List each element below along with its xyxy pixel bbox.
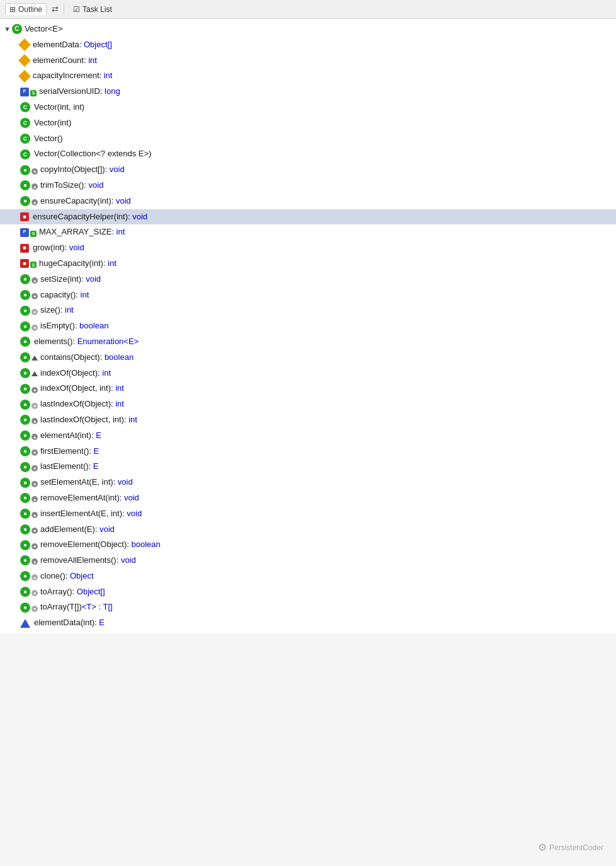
list-item[interactable]: elementCount : int — [0, 53, 616, 69]
item-type: : long — [100, 85, 120, 98]
list-item[interactable]: ● ● elementAt(int) : E — [0, 428, 616, 444]
circle-pub-icon: ● — [20, 587, 30, 597]
diamond-icon — [18, 54, 31, 67]
list-item[interactable]: ■ S hugeCapacity(int) : int — [0, 256, 616, 272]
list-item[interactable]: ● ● firstElement() : E — [0, 444, 616, 459]
list-item[interactable]: ● ● size() : int — [0, 303, 616, 318]
overlay-dot-icon: ● — [31, 434, 38, 440]
item-label: isEmpty() — [40, 320, 75, 333]
diamond-icon — [18, 70, 31, 83]
item-type: : int — [100, 69, 113, 83]
tree-root[interactable]: ▼ C Vector<E> — [0, 21, 616, 37]
item-type: : void — [117, 554, 136, 567]
list-item[interactable]: ● ● addElement(E) : void — [0, 522, 616, 538]
list-item[interactable]: C Vector(Collection<? extends E>) — [0, 146, 616, 162]
overlay-dot-icon: ● — [31, 512, 38, 518]
item-type: : Object[] — [72, 586, 105, 599]
list-item[interactable]: C Vector(int, int) — [0, 100, 616, 115]
list-item[interactable]: ● ● toArray(T[]) <T> : T[] — [0, 599, 616, 615]
expand-arrow[interactable]: ▼ — [4, 24, 11, 35]
list-item[interactable]: ● ● removeElement(Object) : boolean — [0, 537, 616, 553]
list-item[interactable]: elementData(int) : E — [0, 615, 616, 631]
list-item[interactable]: C Vector() — [0, 131, 616, 147]
circle-pub-icon: ● — [20, 180, 30, 190]
list-item[interactable]: ● ● lastElement() : E — [0, 459, 616, 475]
triangle-icon — [31, 355, 38, 361]
list-item[interactable]: ● elements() : Enumeration<E> — [0, 334, 616, 350]
item-label: Vector(Collection<? extends E>) — [34, 147, 151, 161]
item-type: : void — [120, 492, 139, 505]
list-item[interactable]: ● ● clone() : Object — [0, 569, 616, 584]
list-item[interactable]: ● ● trimToSize() : void — [0, 178, 616, 193]
sq-field-icon: F — [20, 228, 29, 237]
item-type: : Object — [66, 570, 94, 583]
outline-icon: ⊞ — [9, 5, 16, 14]
circle-pub-icon: ● — [20, 352, 30, 362]
item-label: setElementAt(E, int) — [40, 476, 113, 489]
tab-tasklist[interactable]: ☑ Task List — [69, 4, 116, 15]
tab-outline[interactable]: ⊞ Outline — [5, 3, 47, 15]
list-item[interactable]: ● ● setSize(int) : void — [0, 272, 616, 287]
item-type: : Object[] — [79, 38, 112, 52]
circle-pub-icon: ● — [20, 196, 30, 206]
list-item[interactable]: ● ● isEmpty() : boolean — [0, 318, 616, 334]
item-label: elements() — [34, 335, 72, 349]
item-type: : E — [91, 429, 101, 442]
overlay-dot2-icon: ● — [31, 325, 38, 331]
circle-pub-icon: ● — [20, 306, 30, 316]
circle-pub-icon: ● — [20, 415, 30, 425]
list-item[interactable]: ● contains(Object) : boolean — [0, 350, 616, 366]
diamond-icon — [18, 38, 31, 51]
list-item[interactable]: elementData : Object[] — [0, 37, 616, 53]
item-label: addElement(E) — [40, 523, 95, 536]
item-label: lastIndexOf(Object, int) — [40, 413, 124, 427]
list-item[interactable]: capacityIncrement : int — [0, 68, 616, 84]
overlay-dot-icon: ● — [31, 543, 38, 550]
item-label: indexOf(Object, int) — [40, 382, 111, 395]
circle-pub-icon: ● — [20, 446, 30, 456]
list-item-highlighted[interactable]: ■ ensureCapacityHelper(int) : void — [0, 209, 616, 225]
item-label: elementData — [33, 38, 79, 52]
swap-icon[interactable]: ⇄ — [52, 4, 59, 14]
list-item[interactable]: ● ● copyInto(Object[]) : void — [0, 162, 616, 178]
list-item[interactable]: F S MAX_ARRAY_SIZE : int — [0, 224, 616, 240]
list-item[interactable]: F S serialVersionUID : long — [0, 84, 616, 100]
item-type: : boolean — [75, 320, 109, 333]
list-item[interactable]: ● indexOf(Object) : int — [0, 366, 616, 381]
item-type: : boolean — [100, 351, 134, 364]
list-item[interactable]: ● ● ensureCapacity(int) : void — [0, 193, 616, 209]
list-item[interactable]: ● ● setElementAt(E, int) : void — [0, 475, 616, 490]
circle-method-icon: C — [20, 102, 30, 112]
circle-pub-icon: ● — [20, 400, 30, 410]
item-label: grow(int) — [33, 241, 65, 255]
item-type: : int — [111, 226, 125, 239]
item-label: removeElement(Object) — [40, 538, 127, 551]
list-item[interactable]: ● ● toArray() : Object[] — [0, 584, 616, 600]
sq-private-icon: ■ — [20, 212, 29, 221]
list-item[interactable]: ● ● lastIndexOf(Object) : int — [0, 396, 616, 412]
item-type: : int — [84, 54, 97, 67]
outline-panel: ▼ C Vector<E> elementData : Object[] ele… — [0, 19, 616, 633]
item-label: removeAllElements() — [40, 554, 117, 567]
item-label: elementCount — [33, 54, 84, 67]
list-item[interactable]: ● ● removeAllElements() : void — [0, 553, 616, 569]
item-label: toArray(T[]) — [40, 601, 82, 614]
list-item[interactable]: ● ● removeElementAt(int) : void — [0, 490, 616, 506]
toolbar-divider — [64, 4, 64, 14]
list-item[interactable]: ■ grow(int) : void — [0, 240, 616, 256]
overlay-dot-icon: ● — [31, 277, 38, 284]
tab-tasklist-label: Task List — [83, 5, 112, 14]
circle-pub-icon: ● — [20, 321, 30, 332]
item-label: Vector() — [34, 132, 63, 146]
item-type: : Enumeration<E> — [72, 335, 139, 349]
item-type: : void — [65, 241, 84, 255]
list-item[interactable]: ● ● insertElementAt(E, int) : void — [0, 506, 616, 522]
list-item[interactable]: ● ● indexOf(Object, int) : int — [0, 381, 616, 396]
list-item[interactable]: C Vector(int) — [0, 115, 616, 131]
list-item[interactable]: ● ● capacity() : int — [0, 287, 616, 303]
list-item[interactable]: ● ● lastIndexOf(Object, int) : int — [0, 412, 616, 428]
root-label: Vector<E> — [25, 23, 63, 36]
circle-pub-icon: ● — [20, 165, 30, 175]
toolbar: ⊞ Outline ⇄ ☑ Task List — [0, 0, 616, 19]
overlay-dot-icon: ● — [31, 481, 38, 487]
